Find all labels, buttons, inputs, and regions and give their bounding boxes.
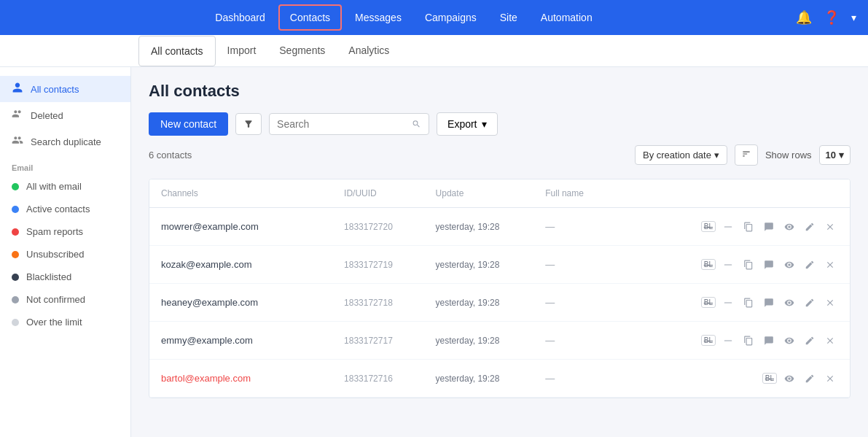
sidebar-label-unsubscribed: Unsubscribed bbox=[26, 249, 85, 260]
sort-label: By creation date bbox=[643, 150, 711, 161]
nav-dashboard[interactable]: Dashboard bbox=[205, 6, 275, 29]
sidebar-label-active-contacts: Active contacts bbox=[26, 204, 90, 214]
nav-site[interactable]: Site bbox=[490, 6, 528, 29]
nav-messages[interactable]: Messages bbox=[345, 6, 412, 29]
cell-id-2: 1833172718 bbox=[344, 289, 436, 317]
dot-lightgray bbox=[12, 319, 19, 326]
delete-btn-0[interactable] bbox=[822, 220, 838, 233]
sidebar-item-spam-reports[interactable]: Spam reports bbox=[0, 220, 130, 243]
sidebar-item-blacklisted[interactable]: Blacklisted bbox=[0, 266, 130, 288]
view-btn-1[interactable] bbox=[781, 258, 797, 271]
chat-btn-3[interactable] bbox=[761, 334, 777, 347]
delete-btn-3[interactable] bbox=[822, 334, 838, 347]
subnav-analytics[interactable]: Analytics bbox=[337, 36, 401, 66]
sidebar-item-all-with-email[interactable]: All with email bbox=[0, 175, 130, 198]
filter-button[interactable] bbox=[235, 113, 262, 135]
edit-btn-1[interactable] bbox=[802, 258, 818, 271]
top-nav-items: Dashboard Contacts Messages Campaigns Si… bbox=[12, 4, 796, 31]
help-icon[interactable]: ❓ bbox=[824, 9, 840, 26]
nav-automation[interactable]: Automation bbox=[531, 6, 603, 29]
sidebar-label-not-confirmed: Not confirmed bbox=[26, 294, 85, 305]
edit-btn-4[interactable] bbox=[802, 372, 818, 385]
copy-btn-0[interactable] bbox=[740, 220, 756, 233]
export-button[interactable]: Export ▾ bbox=[437, 112, 497, 136]
chat-btn-1[interactable] bbox=[761, 258, 777, 271]
chat-btn-2[interactable] bbox=[761, 296, 777, 309]
edit-btn-2[interactable] bbox=[802, 296, 818, 309]
subnav-all-contacts[interactable]: All contacts bbox=[138, 36, 216, 66]
delete-btn-1[interactable] bbox=[822, 258, 838, 271]
edit-field-btn-3[interactable] bbox=[720, 334, 736, 347]
export-label: Export bbox=[447, 118, 477, 130]
sort-chevron-icon: ▾ bbox=[714, 150, 719, 161]
bl-badge-0[interactable]: BL bbox=[701, 221, 716, 232]
row-actions-2: BL bbox=[655, 287, 838, 318]
table-header: Channels ID/UUID Update Full name bbox=[149, 179, 850, 208]
cell-email-4: bartol@example.com bbox=[161, 364, 344, 392]
sidebar-item-deleted[interactable]: Deleted bbox=[0, 102, 130, 128]
view-btn-3[interactable] bbox=[781, 334, 797, 347]
delete-btn-2[interactable] bbox=[822, 296, 838, 309]
sidebar-label-blacklisted: Blacklisted bbox=[26, 271, 71, 282]
subnav-segments[interactable]: Segments bbox=[267, 36, 337, 66]
edit-field-btn-1[interactable] bbox=[720, 258, 736, 271]
bl-badge-1[interactable]: BL bbox=[701, 259, 716, 270]
header-fullname: Full name bbox=[545, 185, 655, 201]
search-input[interactable] bbox=[277, 118, 407, 130]
sidebar-label-all-contacts: All contacts bbox=[31, 84, 79, 95]
rows-count: 10 bbox=[826, 150, 836, 161]
bl-badge-4[interactable]: BL bbox=[762, 373, 777, 384]
cell-email-1: kozak@example.com bbox=[161, 250, 344, 279]
cell-id-4: 1833172716 bbox=[344, 365, 436, 392]
view-btn-4[interactable] bbox=[781, 372, 797, 385]
export-chevron-icon: ▾ bbox=[482, 118, 487, 130]
sidebar-email-section: Email bbox=[0, 155, 130, 175]
cell-email-0: mowrer@example.com bbox=[161, 212, 344, 241]
cell-name-2: — bbox=[545, 288, 655, 317]
search-box bbox=[269, 113, 429, 135]
chat-btn-0[interactable] bbox=[761, 220, 777, 233]
view-btn-2[interactable] bbox=[781, 296, 797, 309]
dot-blue bbox=[12, 206, 19, 213]
row-actions-1: BL bbox=[655, 250, 838, 280]
subnav-import[interactable]: Import bbox=[216, 36, 268, 66]
bl-badge-2[interactable]: BL bbox=[701, 297, 716, 308]
sidebar-item-unsubscribed[interactable]: Unsubscribed bbox=[0, 243, 130, 266]
sort-order-button[interactable] bbox=[735, 144, 758, 166]
table-row: bartol@example.com 1833172716 yesterday,… bbox=[149, 360, 850, 398]
table-row: heaney@example.com 1833172718 yesterday,… bbox=[149, 284, 850, 322]
edit-field-btn-2[interactable] bbox=[720, 296, 736, 309]
copy-btn-2[interactable] bbox=[740, 296, 756, 309]
sort-select[interactable]: By creation date ▾ bbox=[635, 145, 727, 165]
row-actions-3: BL bbox=[655, 325, 838, 356]
show-rows-label: Show rows bbox=[765, 150, 812, 161]
view-btn-0[interactable] bbox=[781, 220, 797, 233]
edit-field-btn-0[interactable] bbox=[720, 220, 736, 233]
profile-chevron[interactable]: ▾ bbox=[851, 12, 856, 23]
edit-btn-3[interactable] bbox=[802, 334, 818, 347]
cell-name-4: — bbox=[545, 364, 655, 392]
sidebar-item-search-duplicate[interactable]: Search duplicate bbox=[0, 128, 130, 155]
all-contacts-icon bbox=[12, 82, 23, 96]
page-title: All contacts bbox=[149, 82, 851, 101]
new-contact-button[interactable]: New contact bbox=[149, 112, 228, 136]
sidebar-item-not-confirmed[interactable]: Not confirmed bbox=[0, 288, 130, 311]
nav-contacts[interactable]: Contacts bbox=[278, 4, 342, 31]
cell-id-0: 1833172720 bbox=[344, 213, 436, 241]
sidebar-item-all-contacts[interactable]: All contacts bbox=[0, 76, 130, 102]
sidebar-item-over-the-limit[interactable]: Over the limit bbox=[0, 311, 130, 333]
sub-nav: All contacts Import Segments Analytics bbox=[0, 35, 868, 67]
layout: All contacts Deleted Search duplicate Em… bbox=[0, 67, 868, 437]
contact-count: 6 contacts bbox=[149, 150, 192, 161]
copy-btn-3[interactable] bbox=[740, 334, 756, 347]
sidebar-item-active-contacts[interactable]: Active contacts bbox=[0, 198, 130, 220]
dot-red bbox=[12, 228, 19, 236]
edit-btn-0[interactable] bbox=[802, 220, 818, 233]
nav-campaigns[interactable]: Campaigns bbox=[415, 6, 487, 29]
delete-btn-4[interactable] bbox=[822, 372, 838, 385]
bell-icon[interactable]: 🔔 bbox=[796, 9, 812, 26]
rows-select[interactable]: 10 ▾ bbox=[819, 145, 851, 165]
bl-badge-3[interactable]: BL bbox=[701, 335, 716, 346]
copy-btn-1[interactable] bbox=[740, 258, 756, 271]
header-channels: Channels bbox=[161, 185, 344, 201]
